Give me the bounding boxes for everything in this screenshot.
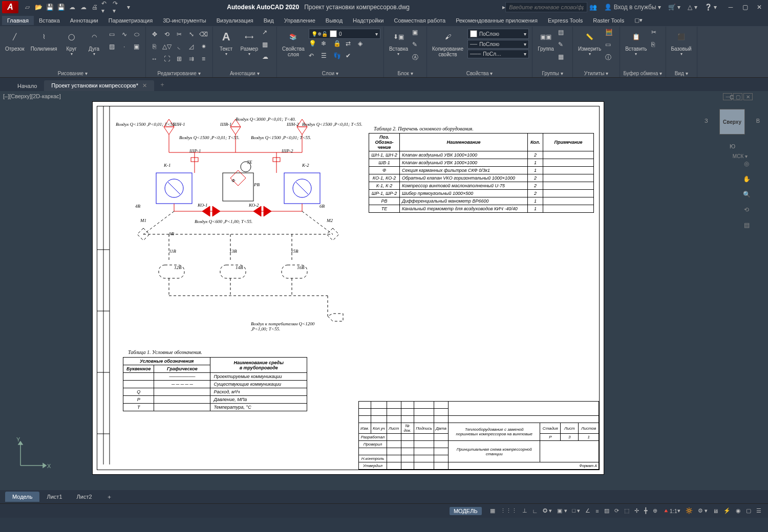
tool-edit-block-icon[interactable]: ✎ [412, 41, 423, 52]
panel-properties-title[interactable]: Свойства ▾ [430, 70, 529, 77]
tab-insert[interactable]: Вставка [34, 16, 65, 25]
qat-redo-icon[interactable]: ↷ ▾ [113, 3, 122, 12]
tab-output[interactable]: Вывод [321, 16, 348, 25]
tab-addins[interactable]: Надстройки [348, 16, 389, 25]
tool-line[interactable]: ╱Отрезок [3, 29, 27, 52]
status-cycling-icon[interactable]: ⟳ [612, 504, 622, 518]
status-filter-icon[interactable]: ╋ [642, 504, 650, 518]
qat-more-icon[interactable]: ▾ [124, 3, 133, 12]
tab-parametric[interactable]: Параметризация [103, 16, 158, 25]
tool-layer-props[interactable]: 📚Свойства слоя [280, 29, 307, 57]
tab-bonus-icon[interactable]: ▢▾ [629, 15, 648, 25]
tool-spline-icon[interactable]: ∿ [119, 29, 130, 40]
tab-visualize[interactable]: Визуализация [211, 16, 259, 25]
layer-combo[interactable]: 💡❄🔓 0 ▾ [309, 29, 380, 39]
tab-raster[interactable]: Raster Tools [588, 16, 629, 25]
status-workspace-icon[interactable]: ⚙ ▾ [695, 504, 710, 518]
vp-maximize-icon[interactable]: ▢ [733, 93, 742, 100]
layer-state-icon[interactable]: ☰ [321, 52, 332, 63]
tool-point-icon[interactable]: · [119, 41, 130, 52]
close-button[interactable]: ✕ [753, 2, 766, 12]
maximize-button[interactable]: ▢ [738, 2, 752, 12]
app-logo[interactable]: A [2, 1, 18, 13]
tool-align-icon[interactable]: ≡ [198, 53, 209, 64]
qat-saveas-icon[interactable]: 💾 [56, 3, 66, 12]
status-ortho-icon[interactable]: ∟ [530, 504, 541, 518]
tool-array-icon[interactable]: ⊞ [174, 53, 185, 64]
tab-featured[interactable]: Рекомендованные приложения [451, 16, 543, 25]
status-monitor-icon[interactable]: 🖥 [710, 504, 721, 518]
tool-rectangle-icon[interactable]: ▭ [106, 29, 118, 40]
tab-layout1[interactable]: Лист1 [39, 492, 69, 502]
layer-make-icon[interactable]: ✔ [346, 52, 357, 63]
workspace[interactable]: [–][Сверху][2D-каркас] ─ ▢ ✕ С З В Ю Све… [0, 91, 768, 490]
status-annovisibility-icon[interactable]: 🔆 [683, 504, 695, 518]
tool-rotate-icon[interactable]: ⟲ [161, 29, 173, 40]
tool-group-edit-icon[interactable]: ✎ [558, 41, 569, 52]
doc-tab-active[interactable]: Проект установки компрессоров*✕ [44, 80, 154, 91]
tool-arc[interactable]: ◠Дуга▾ [84, 29, 104, 56]
tool-copy-icon[interactable]: ⎘ [149, 41, 160, 52]
panel-clipboard-title[interactable]: Буфер обмена ▾ [623, 70, 662, 77]
tab-model[interactable]: Модель [5, 492, 39, 502]
tool-text[interactable]: АТекст▾ [216, 29, 237, 56]
tool-measure[interactable]: 📏Измерить▾ [576, 29, 603, 56]
tool-group[interactable]: ▣▣Группа [536, 29, 556, 52]
layer-match-icon[interactable]: ⇄ [346, 40, 357, 51]
panel-baseview-title[interactable]: Вид ▾ [669, 70, 694, 77]
tab-collaborate[interactable]: Совместная работа [389, 16, 451, 25]
status-otrack-icon[interactable]: ∠ [583, 504, 593, 518]
panel-block-title[interactable]: Блок ▾ [387, 70, 423, 77]
tool-calc-icon[interactable]: 🧮 [605, 29, 616, 40]
signin-button[interactable]: 👤 Вход в службы ▾ [602, 4, 663, 11]
search-input[interactable] [505, 2, 587, 12]
cube-top-face[interactable]: Сверху [719, 109, 745, 135]
tool-ungroup-icon[interactable]: ▤ [558, 29, 569, 40]
tool-attr-icon[interactable]: Ⓐ [412, 53, 423, 64]
panel-groups-title[interactable]: Группы ▾ [536, 70, 569, 77]
tool-match-props[interactable]: 🖌Копирование свойств [430, 29, 465, 57]
tool-ellipse-icon[interactable]: ⬭ [131, 29, 142, 40]
tool-hatch-icon[interactable]: ▨ [106, 41, 118, 52]
tab-annotate[interactable]: Аннотации [65, 16, 103, 25]
status-isolate-icon[interactable]: ◉ [733, 504, 743, 518]
qat-undo-icon[interactable]: ↶ ▾ [101, 3, 111, 12]
tool-insert-block[interactable]: ⬇▣Вставка▾ [387, 29, 410, 56]
panel-modify-title[interactable]: Редактирование ▾ [149, 70, 209, 77]
tool-mirror-icon[interactable]: △▽ [161, 41, 173, 52]
tool-copy-clip-icon[interactable]: ⎘ [651, 41, 663, 52]
status-polar-icon[interactable]: ✪ ▾ [540, 504, 554, 518]
tool-table-icon[interactable]: ▦ [262, 41, 273, 52]
tool-cut-icon[interactable]: ✂ [651, 29, 663, 40]
status-hardware-icon[interactable]: ⚡ [721, 504, 733, 518]
tab-add-layout[interactable]: ＋ [99, 491, 119, 503]
tab-view[interactable]: Вид [259, 16, 279, 25]
doc-tab-start[interactable]: Начало [10, 81, 44, 91]
status-model[interactable]: МОДЕЛЬ [450, 507, 482, 515]
doc-tab-close-icon[interactable]: ✕ [142, 82, 147, 88]
qat-plot-icon[interactable]: 🖨 [90, 3, 99, 12]
tool-leader-icon[interactable]: ↗ [262, 29, 273, 40]
tab-layout2[interactable]: Лист2 [70, 492, 99, 502]
tool-move-icon[interactable]: ✥ [149, 29, 160, 40]
nav-zoom-icon[interactable]: 🔍 [740, 188, 753, 201]
tool-baseview[interactable]: ⬛Базовый▾ [669, 29, 694, 56]
ucs-icon[interactable]: XY [15, 437, 51, 475]
status-grid-icon[interactable]: ▦ [487, 504, 498, 518]
status-customize-icon[interactable]: ☰ [754, 504, 764, 518]
tool-trim-icon[interactable]: ✂ [174, 29, 185, 40]
nav-orbit-icon[interactable]: ⟲ [740, 204, 753, 216]
tool-scale-icon[interactable]: ⛶ [161, 53, 173, 64]
tab-home[interactable]: Главная [2, 16, 34, 25]
status-iso-icon[interactable]: ▣ ▾ [554, 504, 569, 518]
tool-dimension[interactable]: ⟷Размер▾ [239, 29, 260, 56]
tool-chamfer-icon[interactable]: ◿ [186, 41, 197, 52]
status-snap-icon[interactable]: ⋮⋮⋮ [498, 504, 520, 518]
tool-cloud-icon[interactable]: ☁ [262, 53, 273, 64]
tab-3dtools[interactable]: 3D-инструменты [158, 16, 211, 25]
tool-extend-icon[interactable]: ⤡ [186, 29, 197, 40]
qat-new-icon[interactable]: ▱ [23, 3, 32, 12]
status-3dosnap-icon[interactable]: ⬚ [622, 504, 632, 518]
status-annoscale-icon[interactable]: 🔺1:1 ▾ [660, 504, 683, 518]
tool-create-block-icon[interactable]: ▣ [412, 29, 423, 40]
